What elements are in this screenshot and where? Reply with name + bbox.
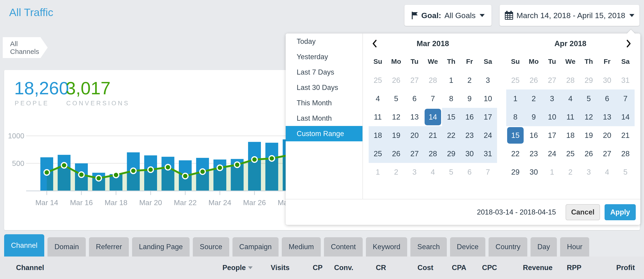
- day-cell[interactable]: 19: [387, 126, 405, 145]
- tab-domain[interactable]: Domain: [48, 237, 86, 256]
- day-cell[interactable]: 15: [442, 108, 460, 126]
- day-cell[interactable]: 17: [479, 108, 497, 126]
- preset-custom-range[interactable]: Custom Range: [286, 126, 362, 141]
- day-cell[interactable]: 4: [369, 90, 387, 108]
- day-cell[interactable]: 27: [543, 71, 561, 90]
- tab-medium[interactable]: Medium: [282, 237, 321, 256]
- day-cell[interactable]: 23: [460, 126, 479, 145]
- day-cell[interactable]: 20: [405, 126, 424, 145]
- day-cell[interactable]: 17: [543, 126, 561, 145]
- day-cell[interactable]: 21: [424, 126, 442, 145]
- day-cell[interactable]: 29: [580, 71, 598, 90]
- day-cell[interactable]: 30: [598, 71, 616, 90]
- tab-country[interactable]: Country: [488, 237, 527, 256]
- day-cell[interactable]: 6: [405, 90, 424, 108]
- day-cell[interactable]: 1: [506, 90, 524, 108]
- day-cell[interactable]: 2: [387, 163, 405, 181]
- day-cell[interactable]: 25: [369, 145, 387, 163]
- day-cell[interactable]: 11: [369, 108, 387, 126]
- chevron-right-icon[interactable]: [624, 39, 634, 49]
- day-cell[interactable]: 7: [616, 90, 634, 108]
- day-cell[interactable]: 26: [387, 145, 405, 163]
- day-cell[interactable]: 18: [561, 126, 580, 145]
- day-cell[interactable]: 7: [479, 163, 497, 181]
- day-cell[interactable]: 27: [405, 71, 424, 90]
- day-cell[interactable]: 13: [405, 108, 424, 126]
- day-cell[interactable]: 22: [442, 126, 460, 145]
- day-cell[interactable]: 20: [598, 126, 616, 145]
- day-cell[interactable]: 19: [580, 126, 598, 145]
- tab-hour[interactable]: Hour: [560, 237, 589, 256]
- day-cell[interactable]: 24: [479, 126, 497, 145]
- day-cell[interactable]: 4: [598, 163, 616, 181]
- day-cell[interactable]: 13: [598, 108, 616, 126]
- day-cell[interactable]: 30: [460, 145, 479, 163]
- day-cell[interactable]: 1: [369, 163, 387, 181]
- day-cell[interactable]: 8: [442, 90, 460, 108]
- column-header-people[interactable]: People: [209, 264, 253, 272]
- tab-channel[interactable]: Channel: [4, 234, 44, 256]
- day-cell[interactable]: 29: [442, 145, 460, 163]
- preset-last-7-days[interactable]: Last 7 Days: [286, 65, 362, 80]
- day-cell[interactable]: 14: [616, 108, 634, 126]
- tab-campaign[interactable]: Campaign: [232, 237, 278, 256]
- day-cell[interactable]: 5: [580, 90, 598, 108]
- column-header-cr[interactable]: CR: [353, 264, 386, 272]
- day-cell[interactable]: 28: [424, 145, 442, 163]
- day-cell[interactable]: 5: [387, 90, 405, 108]
- day-cell[interactable]: 5: [616, 163, 634, 181]
- day-cell[interactable]: 3: [580, 163, 598, 181]
- day-cell[interactable]: 12: [580, 108, 598, 126]
- day-cell[interactable]: 25: [561, 145, 580, 163]
- column-header-cpa[interactable]: CPA: [433, 264, 466, 272]
- day-cell-selected[interactable]: 15: [506, 126, 524, 145]
- preset-last-30-days[interactable]: Last 30 Days: [286, 80, 362, 95]
- column-header-cost[interactable]: Cost: [386, 264, 433, 272]
- day-cell[interactable]: 26: [524, 71, 543, 90]
- column-header-profit[interactable]: Profit: [582, 264, 635, 272]
- day-cell[interactable]: 26: [580, 145, 598, 163]
- tab-day[interactable]: Day: [530, 237, 557, 256]
- day-cell[interactable]: 23: [524, 145, 543, 163]
- day-cell[interactable]: 7: [424, 90, 442, 108]
- day-cell[interactable]: 22: [506, 145, 524, 163]
- tab-search[interactable]: Search: [410, 237, 446, 256]
- day-cell[interactable]: 2: [561, 163, 580, 181]
- apply-button[interactable]: Apply: [604, 204, 636, 220]
- day-cell[interactable]: 11: [561, 108, 580, 126]
- day-cell[interactable]: 26: [387, 71, 405, 90]
- column-header-conv-[interactable]: Conv.: [322, 264, 353, 272]
- day-cell[interactable]: 9: [460, 90, 479, 108]
- preset-yesterday[interactable]: Yesterday: [286, 49, 362, 65]
- day-cell[interactable]: 6: [460, 163, 479, 181]
- day-cell[interactable]: 3: [479, 71, 497, 90]
- day-cell[interactable]: 16: [524, 126, 543, 145]
- cancel-button[interactable]: Cancel: [566, 204, 600, 220]
- column-header-cpc[interactable]: CPC: [466, 264, 497, 272]
- day-cell[interactable]: 16: [460, 108, 479, 126]
- day-cell[interactable]: 31: [616, 71, 634, 90]
- day-cell-selected[interactable]: 14: [424, 108, 442, 126]
- tab-keyword[interactable]: Keyword: [366, 237, 408, 256]
- goal-dropdown-button[interactable]: Goal: All Goals: [404, 5, 492, 26]
- day-cell[interactable]: 3: [405, 163, 424, 181]
- chevron-left-icon[interactable]: [370, 39, 380, 49]
- date-range-button[interactable]: March 14, 2018 - April 15, 2018: [500, 5, 640, 26]
- day-cell[interactable]: 5: [442, 163, 460, 181]
- tab-content[interactable]: Content: [324, 237, 363, 256]
- day-cell[interactable]: 4: [424, 163, 442, 181]
- column-header-cp[interactable]: CP: [290, 264, 322, 272]
- day-cell[interactable]: 10: [479, 90, 497, 108]
- column-header-visits[interactable]: Visits: [253, 264, 290, 272]
- preset-today[interactable]: Today: [286, 34, 362, 49]
- day-cell[interactable]: 28: [424, 71, 442, 90]
- day-cell[interactable]: 28: [616, 145, 634, 163]
- breadcrumb[interactable]: All Channels: [3, 37, 48, 58]
- day-cell[interactable]: 18: [369, 126, 387, 145]
- day-cell[interactable]: 8: [506, 108, 524, 126]
- day-cell[interactable]: 31: [479, 145, 497, 163]
- day-cell[interactable]: 29: [506, 163, 524, 181]
- day-cell[interactable]: 9: [524, 108, 543, 126]
- day-cell[interactable]: 3: [543, 90, 561, 108]
- tab-referrer[interactable]: Referrer: [89, 237, 129, 256]
